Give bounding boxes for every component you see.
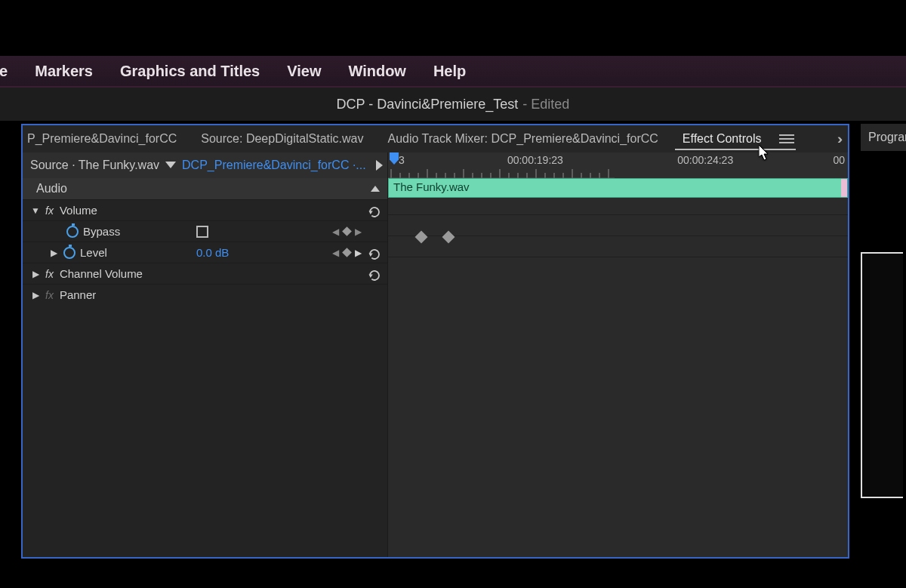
menu-bar: ce Markers Graphics and Titles View Wind…	[0, 56, 906, 88]
panner-label: Panner	[60, 288, 96, 301]
svg-marker-1	[369, 211, 373, 214]
menu-item-help[interactable]: Help	[420, 55, 479, 87]
panel-menu-icon[interactable]	[779, 134, 794, 143]
effect-timeline-column: 3 00:00:19:23 00:00:24:23 00 The Funky.w…	[388, 152, 848, 557]
program-panel-sliver: Program	[861, 124, 906, 498]
menu-item-window[interactable]: Window	[334, 55, 419, 87]
svg-marker-3	[369, 274, 373, 278]
level-label: Level	[80, 246, 107, 259]
document-title-bar: DCP - Davinci&Premiere_Test - Edited	[0, 88, 906, 121]
bypass-label: Bypass	[83, 225, 120, 238]
effect-controls-panel: P_Premiere&Davinci_forCC Source: DeepDig…	[21, 124, 849, 559]
menu-item-sequence[interactable]: ce	[0, 55, 21, 87]
keyframe-nav-bypass: ◀ ▶	[332, 226, 362, 237]
ruler-tc: 3	[399, 154, 405, 166]
channel-volume-row[interactable]: fx Channel Volume	[23, 263, 387, 284]
reset-icon[interactable]	[368, 248, 381, 258]
channel-volume-label: Channel Volume	[60, 267, 143, 280]
ruler-tc: 00:00:19:23	[507, 154, 563, 166]
tab-audio-mixer[interactable]: Audio Track Mixer: DCP_Premiere&Davinci_…	[376, 132, 670, 146]
level-value[interactable]: 0.0 dB	[196, 246, 229, 259]
fx-icon[interactable]: fx	[45, 268, 54, 280]
twist-channel[interactable]	[30, 269, 41, 279]
project-name: DCP - Davinci&Premiere_Test	[337, 97, 519, 112]
effect-properties-column: Source · The Funky.wav DCP_Premiere&Davi…	[23, 152, 388, 557]
menu-item-graphics[interactable]: Graphics and Titles	[106, 55, 273, 87]
volume-label: Volume	[60, 204, 97, 217]
keyframe-diamond[interactable]	[442, 231, 455, 244]
add-keyframe-icon[interactable]	[342, 226, 352, 236]
clip-bar[interactable]: The Funky.wav	[388, 178, 848, 198]
ruler-tc: 00	[833, 154, 845, 166]
twist-panner[interactable]	[30, 290, 41, 300]
source-label: Source · The Funky.wav	[30, 159, 159, 172]
keyframe-nav-level: ◀ ▶	[332, 248, 362, 258]
clip-out-handle[interactable]	[841, 179, 847, 197]
playhead[interactable]	[390, 152, 399, 165]
next-keyframe-icon[interactable]: ▶	[355, 226, 362, 237]
tab-source-wav[interactable]: Source: DeepDigitalStatic.wav	[189, 132, 375, 146]
chevron-down-icon[interactable]	[165, 162, 176, 169]
stopwatch-icon[interactable]	[66, 226, 79, 238]
stopwatch-icon[interactable]	[63, 247, 76, 259]
panel-tab-strip: P_Premiere&Davinci_forCC Source: DeepDig…	[23, 125, 848, 152]
sequence-link[interactable]: DCP_Premiere&Davinci_forCC ·...	[182, 159, 371, 172]
program-monitor	[861, 252, 903, 498]
overflow-chevron-icon[interactable]: ››	[837, 131, 839, 147]
reset-icon[interactable]	[368, 269, 381, 279]
twist-volume[interactable]	[30, 205, 41, 216]
play-icon[interactable]	[376, 160, 383, 171]
prev-keyframe-icon[interactable]: ◀	[332, 226, 339, 237]
tab-program[interactable]: Program	[861, 124, 906, 151]
source-clip-row: Source · The Funky.wav DCP_Premiere&Davi…	[23, 152, 387, 178]
bypass-row[interactable]: Bypass ◀ ▶	[23, 220, 387, 242]
panner-row[interactable]: fx Panner	[23, 284, 387, 305]
audio-section-header[interactable]: Audio	[23, 178, 387, 199]
menu-item-markers[interactable]: Markers	[21, 55, 106, 87]
collapse-up-icon[interactable]	[371, 186, 380, 192]
bypass-checkbox[interactable]	[196, 226, 208, 238]
menu-item-view[interactable]: View	[273, 55, 334, 87]
keyframe-area[interactable]	[388, 198, 848, 557]
project-status: - Edited	[522, 97, 569, 112]
clip-bar-label: The Funky.wav	[393, 180, 470, 193]
audio-section-label: Audio	[36, 182, 67, 195]
svg-marker-2	[369, 253, 373, 257]
ruler-ticks	[388, 168, 615, 178]
fx-icon[interactable]: fx	[45, 205, 54, 217]
prev-keyframe-icon[interactable]: ◀	[332, 248, 339, 258]
next-keyframe-icon[interactable]: ▶	[355, 248, 362, 258]
ruler-tc: 00:00:24:23	[677, 154, 733, 166]
volume-effect-row[interactable]: fx Volume	[23, 199, 387, 220]
reset-icon[interactable]	[368, 205, 381, 216]
tab-effect-controls[interactable]: Effect Controls	[670, 132, 774, 146]
svg-marker-0	[165, 162, 176, 168]
twist-level[interactable]	[48, 248, 59, 258]
keyframe-diamond[interactable]	[415, 231, 428, 244]
level-row[interactable]: Level 0.0 dB ◀ ▶	[23, 242, 387, 263]
tab-source-premiere[interactable]: P_Premiere&Davinci_forCC	[23, 132, 189, 146]
add-keyframe-icon[interactable]	[342, 248, 352, 257]
fx-icon[interactable]: fx	[45, 289, 54, 301]
mini-timeline-ruler[interactable]: 3 00:00:19:23 00:00:24:23 00	[388, 152, 848, 178]
